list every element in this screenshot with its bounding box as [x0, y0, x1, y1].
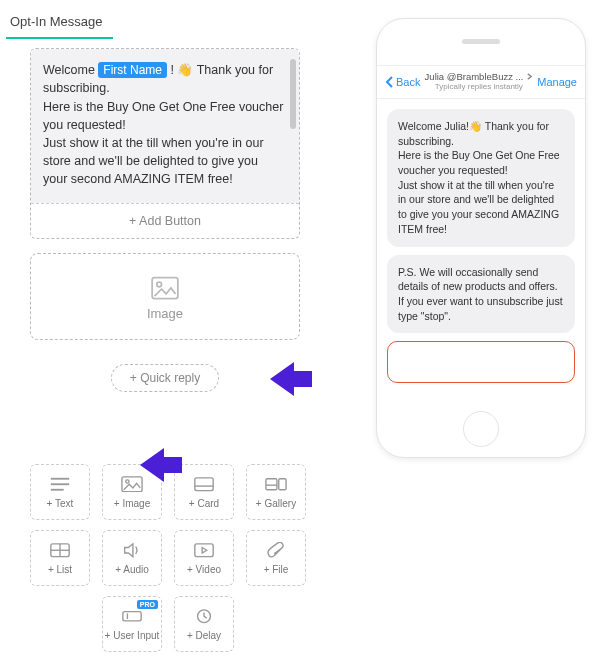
quick-reply-button[interactable]: + Quick reply [111, 364, 219, 392]
phone-preview: Back Julia @BrambleBuzz ... Typically re… [376, 18, 586, 458]
tool-delay[interactable]: + Delay [174, 596, 234, 652]
tool-image-label: + Image [114, 498, 150, 509]
tool-card[interactable]: + Card [174, 464, 234, 520]
tool-file-label: + File [264, 564, 289, 575]
scrollbar-handle[interactable] [290, 59, 296, 129]
phone-body: Welcome Julia!👋 Thank you for subscribin… [377, 99, 585, 399]
tool-text[interactable]: + Text [30, 464, 90, 520]
add-button[interactable]: + Add Button [31, 203, 299, 238]
gallery-icon [265, 476, 287, 494]
message-block[interactable]: Welcome First Name ! 👋 Thank you for sub… [30, 48, 300, 239]
tool-file[interactable]: + File [246, 530, 306, 586]
tool-card-label: + Card [189, 498, 219, 509]
phone-back-label: Back [396, 76, 420, 88]
audio-icon [121, 542, 143, 560]
tool-list[interactable]: + List [30, 530, 90, 586]
svg-rect-7 [195, 477, 213, 490]
phone-back-button[interactable]: Back [385, 76, 420, 88]
pro-badge: PRO [137, 600, 158, 609]
chevron-right-icon [526, 73, 533, 80]
image-placeholder-block[interactable]: Image [30, 253, 300, 340]
clock-icon [193, 608, 215, 626]
svg-rect-10 [279, 478, 286, 489]
phone-bezel-top [377, 19, 585, 65]
msg-line2: Here is the Buy One Get One Free voucher… [43, 100, 283, 132]
first-name-tag[interactable]: First Name [98, 62, 167, 78]
tool-delay-label: + Delay [187, 630, 221, 641]
phone-manage-button[interactable]: Manage [537, 76, 577, 88]
svg-point-1 [157, 282, 162, 287]
msg-line3: Just show it at the till when you're in … [43, 136, 264, 186]
svg-rect-9 [266, 478, 277, 489]
tool-audio[interactable]: + Audio [102, 530, 162, 586]
text-lines-icon [49, 476, 71, 494]
tool-audio-label: + Audio [115, 564, 149, 575]
tool-gallery-label: + Gallery [256, 498, 296, 509]
tool-user-input-label: + User Input [105, 630, 160, 641]
message-bubble-1: Welcome Julia!👋 Thank you for subscribin… [387, 109, 575, 247]
editor-panel: Welcome First Name ! 👋 Thank you for sub… [30, 48, 300, 392]
phone-title-line2: Typically replies instantly [420, 83, 537, 92]
empty-image-bubble [387, 341, 575, 383]
phone-speaker [462, 39, 500, 44]
tool-list-label: + List [48, 564, 72, 575]
quick-reply-row: + Quick reply [30, 364, 300, 392]
phone-nav-header: Back Julia @BrambleBuzz ... Typically re… [377, 65, 585, 99]
message-text[interactable]: Welcome First Name ! 👋 Thank you for sub… [43, 61, 285, 191]
svg-point-6 [126, 479, 129, 482]
card-icon [193, 476, 215, 494]
tool-video-label: + Video [187, 564, 221, 575]
tab-opt-in[interactable]: Opt-In Message [6, 8, 113, 39]
paperclip-icon [265, 542, 287, 560]
user-input-icon [121, 608, 143, 626]
list-icon [49, 542, 71, 560]
video-icon [193, 542, 215, 560]
tool-text-label: + Text [47, 498, 74, 509]
svg-rect-15 [195, 543, 213, 556]
phone-home-button[interactable] [463, 411, 499, 447]
message-text-area[interactable]: Welcome First Name ! 👋 Thank you for sub… [31, 49, 299, 203]
chevron-left-icon [385, 76, 394, 88]
msg-prefix: Welcome [43, 63, 98, 77]
image-label: Image [31, 306, 299, 321]
message-bubble-2: P.S. We will occasionally send details o… [387, 255, 575, 334]
tool-video[interactable]: + Video [174, 530, 234, 586]
tool-user-input[interactable]: PRO + User Input [102, 596, 162, 652]
svg-rect-16 [123, 611, 141, 620]
content-toolbar: + Text + Image + Card + Gallery + List +… [30, 464, 340, 656]
tool-gallery[interactable]: + Gallery [246, 464, 306, 520]
image-icon [151, 276, 179, 300]
phone-title: Julia @BrambleBuzz ... Typically replies… [420, 72, 537, 91]
